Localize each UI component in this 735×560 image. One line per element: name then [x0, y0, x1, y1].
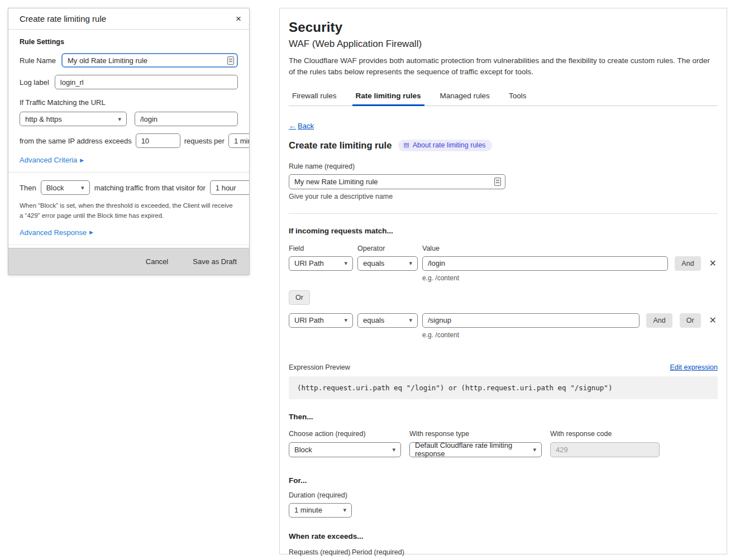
- edit-expression-link[interactable]: Edit expression: [670, 363, 718, 371]
- page-title: Security: [289, 20, 718, 35]
- value-hint: e.g. /content: [422, 274, 718, 282]
- save-as-draft-button[interactable]: Save as Draft: [193, 257, 237, 266]
- threshold-row: from the same IP address exceeds request…: [20, 133, 238, 148]
- action-select[interactable]: Block ▾: [289, 442, 401, 457]
- tab-firewall-rules[interactable]: Firewall rules: [291, 88, 338, 106]
- operator-select[interactable]: equals ▾: [357, 313, 418, 328]
- dialog-body: Rule Settings Rule Name Log label If Tra…: [8, 30, 249, 248]
- divider: [8, 245, 249, 245]
- and-button[interactable]: And: [646, 313, 672, 328]
- response-type-label: With response type: [409, 430, 542, 438]
- back-link[interactable]: ← Back: [289, 122, 314, 130]
- value-input[interactable]: [422, 256, 668, 271]
- threshold-suffix: requests per: [184, 137, 225, 145]
- advanced-criteria-link[interactable]: Advanced Criteria ▶: [20, 156, 84, 164]
- create-rate-limiting-rule-dialog: Create rate limiting rule × Rule Setting…: [8, 8, 250, 275]
- or-button[interactable]: Or: [680, 313, 701, 328]
- url-match-row: http & https ▾: [20, 112, 238, 126]
- rule-name-label: Rule Name: [20, 56, 56, 65]
- waf-description: The Cloudflare WAF provides both automat…: [289, 55, 718, 78]
- divider: [8, 172, 249, 173]
- response-code-label: With response code: [550, 430, 660, 438]
- expression-header: Expression Preview Edit expression: [289, 363, 718, 371]
- caret-down-icon: ▾: [533, 446, 536, 453]
- condition-row: URI Path ▾ equals ▾ And Or ✕: [289, 313, 718, 328]
- rule-name-input-wrap: [289, 174, 505, 189]
- autofill-icon: [494, 178, 501, 186]
- duration-select[interactable]: 1 minute ▾: [289, 503, 352, 518]
- requests-label: Requests (required): [289, 548, 352, 556]
- caret-down-icon: ▾: [344, 317, 347, 324]
- rule-name-hint: Give your rule a descriptive name: [289, 193, 718, 200]
- tab-tools[interactable]: Tools: [508, 88, 528, 106]
- page-subtitle: WAF (Web Application Firewall): [289, 39, 718, 50]
- remove-condition-icon[interactable]: ✕: [708, 258, 718, 269]
- caret-down-icon: ▾: [392, 446, 395, 453]
- action-column: Choose action (required) Block ▾: [289, 430, 401, 457]
- autofill-icon: [227, 56, 234, 65]
- security-waf-panel: Security WAF (Web Application Firewall) …: [279, 8, 727, 554]
- tab-rate-limiting-rules[interactable]: Rate limiting rules: [355, 88, 422, 106]
- field-select[interactable]: URI Path ▾: [289, 256, 353, 271]
- dialog-title: Create rate limiting rule: [20, 14, 106, 23]
- advanced-response-link[interactable]: Advanced Response ▶: [20, 228, 93, 237]
- response-type-select[interactable]: Default Cloudflare rate limiting respons…: [409, 442, 542, 457]
- for-heading: For...: [289, 476, 718, 485]
- value-column-label: Value: [422, 245, 440, 252]
- log-label-row: Log label: [20, 75, 238, 89]
- expression-preview-label: Expression Preview: [289, 363, 350, 371]
- field-select[interactable]: URI Path ▾: [289, 313, 353, 328]
- form-title: Create rate limiting rule: [289, 140, 392, 151]
- rule-settings-heading: Rule Settings: [20, 38, 238, 46]
- back-arrow-icon: ←: [289, 122, 296, 130]
- condition-actions: And Or ✕: [646, 313, 718, 328]
- rule-name-input-wrap: [61, 53, 238, 68]
- triangle-right-icon: ▶: [89, 229, 93, 235]
- dialog-footer: Cancel Save as Draft: [8, 248, 249, 275]
- or-button[interactable]: Or: [289, 290, 310, 305]
- condition-column-labels: Field Operator Value: [289, 245, 718, 252]
- cancel-button[interactable]: Cancel: [146, 257, 168, 266]
- then-controls: Choose action (required) Block ▾ With re…: [289, 430, 718, 457]
- rule-name-row: Rule Name: [20, 53, 238, 68]
- form-title-row: Create rate limiting rule ▤ About rate l…: [289, 140, 718, 151]
- log-label-label: Log label: [20, 78, 49, 87]
- tab-managed-rules[interactable]: Managed rules: [439, 88, 491, 106]
- and-button[interactable]: And: [675, 256, 700, 271]
- then-row: Then Block ▾ matching traffic from that …: [20, 180, 238, 195]
- operator-select[interactable]: equals ▾: [357, 256, 418, 271]
- remove-condition-icon[interactable]: ✕: [708, 315, 718, 326]
- waf-tabs: Firewall rules Rate limiting rules Manag…: [289, 88, 718, 106]
- response-code-input: [550, 442, 660, 457]
- rule-name-input[interactable]: [289, 174, 505, 189]
- triangle-right-icon: ▶: [80, 157, 84, 163]
- period-label: Period (required): [352, 548, 404, 556]
- traffic-matching-label: If Traffic Matching the URL: [20, 98, 238, 107]
- field-column-label: Field: [289, 245, 353, 252]
- close-icon[interactable]: ×: [236, 14, 241, 23]
- duration-label: Duration (required): [289, 491, 718, 499]
- value-hint: e.g. /content: [422, 331, 718, 339]
- condition-actions: And ✕: [675, 256, 718, 271]
- about-rate-limiting-badge[interactable]: ▤ About rate limiting rules: [398, 140, 492, 151]
- divider: [289, 213, 718, 214]
- expression-code: (http.request.uri.path eq "/login") or (…: [289, 376, 718, 399]
- caret-down-icon: ▾: [409, 260, 412, 267]
- value-input[interactable]: [422, 313, 639, 328]
- log-label-input[interactable]: [55, 75, 238, 89]
- url-input[interactable]: [135, 112, 238, 126]
- log-label-input-wrap: [55, 75, 238, 89]
- scheme-select[interactable]: http & https ▾: [20, 112, 127, 126]
- block-note: When “Block” is set, when the threshold …: [20, 201, 238, 221]
- action-select[interactable]: Block ▾: [41, 180, 90, 195]
- rule-name-input[interactable]: [61, 53, 238, 68]
- dialog-header: Create rate limiting rule ×: [8, 8, 249, 30]
- rate-labels: Requests (required) Period (required): [289, 548, 718, 556]
- block-duration-select[interactable]: 1 hour ▾: [210, 180, 249, 195]
- period-select[interactable]: 1 minute ▾: [228, 133, 249, 148]
- caret-down-icon: ▾: [81, 184, 84, 192]
- condition-row: URI Path ▾ equals ▾ And ✕: [289, 256, 718, 271]
- threshold-prefix: from the same IP address exceeds: [20, 137, 132, 145]
- response-code-column: With response code: [550, 430, 660, 457]
- threshold-input[interactable]: [136, 133, 180, 148]
